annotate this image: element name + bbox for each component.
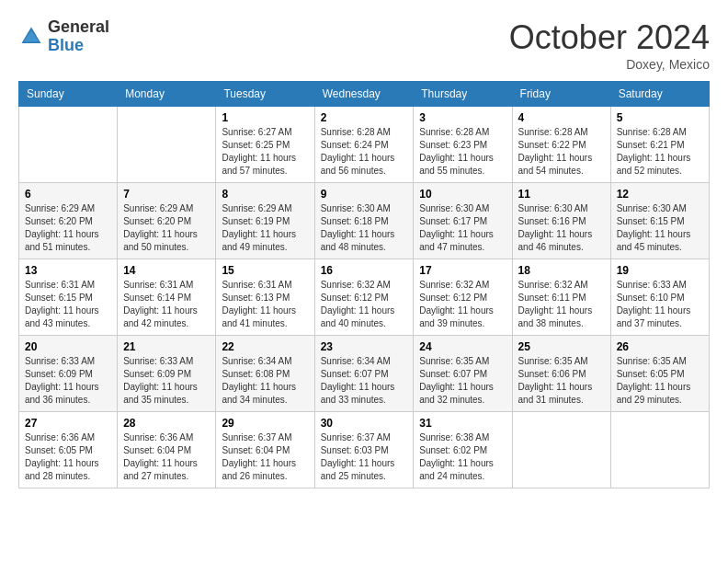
calendar-cell bbox=[512, 412, 610, 488]
day-number: 11 bbox=[518, 188, 605, 201]
day-info: Sunrise: 6:29 AM Sunset: 6:20 PM Dayligh… bbox=[25, 202, 111, 254]
week-row-1: 1Sunrise: 6:27 AM Sunset: 6:25 PM Daylig… bbox=[19, 107, 710, 183]
title-section: October 2024 Doxey, Mexico bbox=[509, 18, 710, 72]
day-info: Sunrise: 6:33 AM Sunset: 6:10 PM Dayligh… bbox=[617, 279, 703, 330]
day-info: Sunrise: 6:37 AM Sunset: 6:03 PM Dayligh… bbox=[321, 431, 408, 483]
day-info: Sunrise: 6:38 AM Sunset: 6:02 PM Dayligh… bbox=[419, 431, 506, 483]
day-info: Sunrise: 6:28 AM Sunset: 6:24 PM Dayligh… bbox=[321, 126, 408, 178]
calendar-cell: 6Sunrise: 6:29 AM Sunset: 6:20 PM Daylig… bbox=[19, 183, 118, 259]
calendar-cell bbox=[118, 107, 216, 183]
weekday-header-monday: Monday bbox=[118, 82, 216, 107]
calendar-cell: 15Sunrise: 6:31 AM Sunset: 6:13 PM Dayli… bbox=[216, 259, 314, 336]
day-number: 14 bbox=[123, 264, 210, 277]
day-info: Sunrise: 6:30 AM Sunset: 6:18 PM Dayligh… bbox=[321, 202, 408, 254]
weekday-header-row: SundayMondayTuesdayWednesdayThursdayFrid… bbox=[19, 82, 710, 107]
day-number: 19 bbox=[617, 264, 703, 277]
day-number: 13 bbox=[25, 264, 111, 277]
calendar-cell: 10Sunrise: 6:30 AM Sunset: 6:17 PM Dayli… bbox=[414, 183, 512, 259]
day-info: Sunrise: 6:30 AM Sunset: 6:15 PM Dayligh… bbox=[617, 202, 703, 254]
month-title: October 2024 bbox=[509, 18, 710, 57]
calendar-cell: 12Sunrise: 6:30 AM Sunset: 6:15 PM Dayli… bbox=[610, 183, 709, 259]
day-info: Sunrise: 6:32 AM Sunset: 6:12 PM Dayligh… bbox=[419, 279, 506, 330]
day-number: 5 bbox=[617, 111, 703, 124]
day-info: Sunrise: 6:28 AM Sunset: 6:21 PM Dayligh… bbox=[617, 126, 703, 178]
day-number: 29 bbox=[222, 417, 308, 430]
day-number: 25 bbox=[518, 340, 605, 353]
day-number: 4 bbox=[518, 111, 605, 124]
day-info: Sunrise: 6:32 AM Sunset: 6:11 PM Dayligh… bbox=[518, 279, 605, 330]
logo: General Blue bbox=[18, 18, 109, 55]
calendar-cell: 1Sunrise: 6:27 AM Sunset: 6:25 PM Daylig… bbox=[216, 107, 314, 183]
day-number: 17 bbox=[419, 264, 506, 277]
day-info: Sunrise: 6:29 AM Sunset: 6:19 PM Dayligh… bbox=[222, 202, 308, 254]
day-number: 10 bbox=[419, 188, 506, 201]
day-info: Sunrise: 6:36 AM Sunset: 6:05 PM Dayligh… bbox=[25, 431, 111, 483]
day-info: Sunrise: 6:32 AM Sunset: 6:12 PM Dayligh… bbox=[321, 279, 408, 330]
week-row-3: 13Sunrise: 6:31 AM Sunset: 6:15 PM Dayli… bbox=[19, 259, 710, 336]
day-number: 31 bbox=[419, 417, 506, 430]
day-number: 9 bbox=[321, 188, 408, 201]
calendar-cell: 31Sunrise: 6:38 AM Sunset: 6:02 PM Dayli… bbox=[414, 412, 512, 488]
calendar-cell: 26Sunrise: 6:35 AM Sunset: 6:05 PM Dayli… bbox=[610, 336, 709, 412]
calendar-cell: 13Sunrise: 6:31 AM Sunset: 6:15 PM Dayli… bbox=[19, 259, 118, 336]
day-info: Sunrise: 6:31 AM Sunset: 6:13 PM Dayligh… bbox=[222, 279, 308, 330]
week-row-4: 20Sunrise: 6:33 AM Sunset: 6:09 PM Dayli… bbox=[19, 336, 710, 412]
day-info: Sunrise: 6:29 AM Sunset: 6:20 PM Dayligh… bbox=[123, 202, 210, 254]
logo-text: General Blue bbox=[48, 18, 109, 55]
day-info: Sunrise: 6:28 AM Sunset: 6:23 PM Dayligh… bbox=[419, 126, 506, 178]
calendar-cell: 29Sunrise: 6:37 AM Sunset: 6:04 PM Dayli… bbox=[216, 412, 314, 488]
calendar-cell: 19Sunrise: 6:33 AM Sunset: 6:10 PM Dayli… bbox=[610, 259, 709, 336]
day-number: 7 bbox=[123, 188, 210, 201]
calendar-cell: 3Sunrise: 6:28 AM Sunset: 6:23 PM Daylig… bbox=[414, 107, 512, 183]
calendar-cell: 25Sunrise: 6:35 AM Sunset: 6:06 PM Dayli… bbox=[512, 336, 610, 412]
week-row-5: 27Sunrise: 6:36 AM Sunset: 6:05 PM Dayli… bbox=[19, 412, 710, 488]
day-info: Sunrise: 6:27 AM Sunset: 6:25 PM Dayligh… bbox=[222, 126, 308, 178]
day-info: Sunrise: 6:35 AM Sunset: 6:07 PM Dayligh… bbox=[419, 355, 506, 407]
calendar-cell: 5Sunrise: 6:28 AM Sunset: 6:21 PM Daylig… bbox=[610, 107, 709, 183]
day-info: Sunrise: 6:36 AM Sunset: 6:04 PM Dayligh… bbox=[123, 431, 210, 483]
day-number: 1 bbox=[222, 111, 308, 124]
calendar-table: SundayMondayTuesdayWednesdayThursdayFrid… bbox=[18, 81, 710, 488]
calendar-cell: 11Sunrise: 6:30 AM Sunset: 6:16 PM Dayli… bbox=[512, 183, 610, 259]
calendar-cell: 21Sunrise: 6:33 AM Sunset: 6:09 PM Dayli… bbox=[118, 336, 216, 412]
day-number: 20 bbox=[25, 340, 111, 353]
day-number: 6 bbox=[25, 188, 111, 201]
day-info: Sunrise: 6:30 AM Sunset: 6:17 PM Dayligh… bbox=[419, 202, 506, 254]
day-number: 26 bbox=[617, 340, 703, 353]
calendar-cell: 30Sunrise: 6:37 AM Sunset: 6:03 PM Dayli… bbox=[314, 412, 414, 488]
day-number: 23 bbox=[321, 340, 408, 353]
calendar-cell: 4Sunrise: 6:28 AM Sunset: 6:22 PM Daylig… bbox=[512, 107, 610, 183]
calendar-cell: 28Sunrise: 6:36 AM Sunset: 6:04 PM Dayli… bbox=[118, 412, 216, 488]
day-number: 3 bbox=[419, 111, 506, 124]
weekday-header-sunday: Sunday bbox=[19, 82, 118, 107]
day-info: Sunrise: 6:30 AM Sunset: 6:16 PM Dayligh… bbox=[518, 202, 605, 254]
calendar-cell: 24Sunrise: 6:35 AM Sunset: 6:07 PM Dayli… bbox=[414, 336, 512, 412]
calendar-cell: 16Sunrise: 6:32 AM Sunset: 6:12 PM Dayli… bbox=[314, 259, 414, 336]
weekday-header-thursday: Thursday bbox=[414, 82, 512, 107]
calendar-cell bbox=[610, 412, 709, 488]
day-info: Sunrise: 6:31 AM Sunset: 6:15 PM Dayligh… bbox=[25, 279, 111, 330]
calendar-cell: 14Sunrise: 6:31 AM Sunset: 6:14 PM Dayli… bbox=[118, 259, 216, 336]
day-number: 15 bbox=[222, 264, 308, 277]
day-number: 21 bbox=[123, 340, 210, 353]
calendar-cell: 23Sunrise: 6:34 AM Sunset: 6:07 PM Dayli… bbox=[314, 336, 414, 412]
weekday-header-saturday: Saturday bbox=[610, 82, 709, 107]
calendar-cell bbox=[19, 107, 118, 183]
weekday-header-tuesday: Tuesday bbox=[216, 82, 314, 107]
day-info: Sunrise: 6:33 AM Sunset: 6:09 PM Dayligh… bbox=[25, 355, 111, 407]
calendar-cell: 22Sunrise: 6:34 AM Sunset: 6:08 PM Dayli… bbox=[216, 336, 314, 412]
day-info: Sunrise: 6:34 AM Sunset: 6:07 PM Dayligh… bbox=[321, 355, 408, 407]
calendar-cell: 2Sunrise: 6:28 AM Sunset: 6:24 PM Daylig… bbox=[314, 107, 414, 183]
weekday-header-friday: Friday bbox=[512, 82, 610, 107]
logo-icon bbox=[18, 24, 44, 50]
location: Doxey, Mexico bbox=[509, 57, 710, 72]
weekday-header-wednesday: Wednesday bbox=[314, 82, 414, 107]
day-number: 28 bbox=[123, 417, 210, 430]
day-number: 24 bbox=[419, 340, 506, 353]
day-info: Sunrise: 6:35 AM Sunset: 6:06 PM Dayligh… bbox=[518, 355, 605, 407]
calendar-cell: 7Sunrise: 6:29 AM Sunset: 6:20 PM Daylig… bbox=[118, 183, 216, 259]
day-number: 22 bbox=[222, 340, 308, 353]
day-info: Sunrise: 6:35 AM Sunset: 6:05 PM Dayligh… bbox=[617, 355, 703, 407]
calendar-cell: 17Sunrise: 6:32 AM Sunset: 6:12 PM Dayli… bbox=[414, 259, 512, 336]
day-number: 16 bbox=[321, 264, 408, 277]
